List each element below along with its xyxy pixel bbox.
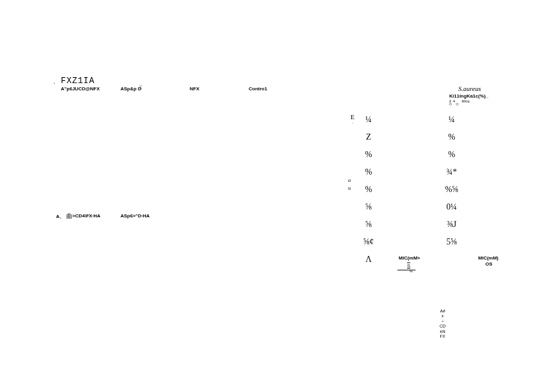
tick: 5⅝ xyxy=(446,235,457,248)
tick: ⅝¢ xyxy=(363,235,374,248)
panel-f-xtick-2: 60cq xyxy=(462,99,470,103)
bar-chart-icon: 曲 xyxy=(66,212,72,220)
tick: ⅝ xyxy=(366,218,372,231)
panel-f-title: S.aureus xyxy=(458,85,481,92)
tick: ¼ xyxy=(449,113,455,126)
panel-a-marker: 、 xyxy=(53,77,59,86)
panel-a-col-1: ASp&p D xyxy=(120,86,142,92)
tick: ⅝ xyxy=(366,201,372,213)
panel-e-sub: . xyxy=(352,120,353,124)
legend-item: ÷ xyxy=(441,319,444,324)
tick: Z xyxy=(366,131,372,143)
legend-item: CD xyxy=(440,324,446,329)
panel-e-label: E xyxy=(350,113,355,120)
legend: A# x ÷ CD eN FX xyxy=(440,309,446,339)
tick: ¼ xyxy=(366,113,372,126)
tick: % xyxy=(365,148,372,161)
tick: % xyxy=(448,131,455,143)
tick: % xyxy=(365,166,372,178)
legend-item: FX xyxy=(440,334,446,339)
panel-e-left-ticks: ¼ Z % % % ⅝ ⅝ ⅝¢ Λ xyxy=(359,113,378,266)
panel-e-xlabel-left: MIC(mM> xyxy=(399,255,420,261)
tick: Λ xyxy=(366,253,372,266)
panel-a-title: FXZ1IA xyxy=(61,76,95,86)
panel-a-col-0: A"p6JUCD@NFX xyxy=(61,86,100,92)
panel-a-col-3: Contro1 xyxy=(249,86,267,92)
panel-f-ylabel: Ki11ingKa1c(%)_ xyxy=(449,93,488,99)
panel-e-xlabel-right: MIC(mM) xyxy=(478,255,499,261)
tick: ⅜J xyxy=(447,218,456,231)
panel-e-right-ticks: ¼ % % ¾* %⅝ 0¼ ⅜J 5⅝ xyxy=(440,113,464,248)
panel-e-yside-1: u xyxy=(348,185,351,191)
tick: ¾* xyxy=(446,166,457,178)
panel-a-bottom-left: A、 xyxy=(56,213,64,220)
panel-e-yside-0: a xyxy=(348,177,351,183)
panel-e-xticks-left: S xyxy=(407,263,410,269)
panel-e-xlabel-right-sub: OS xyxy=(485,261,493,267)
panel-a-col-2: NFX xyxy=(190,86,199,92)
panel-a-bottom-right: ASp6>"D·HA xyxy=(120,213,149,219)
legend-item: x xyxy=(441,314,444,319)
legend-item: A# xyxy=(440,309,446,314)
panel-e-xticks-left-sub: ¼ xyxy=(409,269,412,273)
tick: %⅝ xyxy=(445,183,458,196)
tick: 0¼ xyxy=(446,201,457,213)
tick: % xyxy=(365,183,372,196)
legend-item: eN xyxy=(440,329,446,334)
small-glyph-icon: ᚷ xyxy=(139,84,142,90)
panel-a-bottom-text: >CD4\FX·HA xyxy=(72,213,101,219)
tick: % xyxy=(448,148,455,161)
divider-line xyxy=(397,270,416,270)
panel-f-xsub: O O xyxy=(449,102,460,106)
